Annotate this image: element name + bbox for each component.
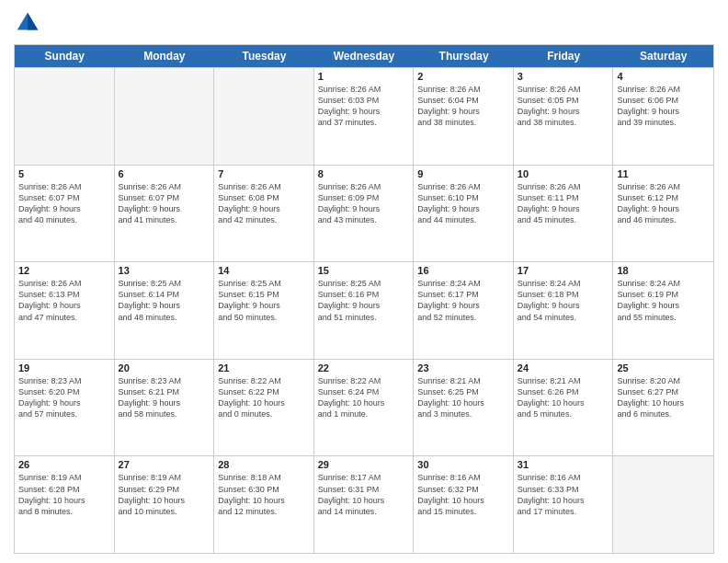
cell-date: 18 <box>617 265 710 276</box>
calendar-cell: 8Sunrise: 8:26 AM Sunset: 6:09 PM Daylig… <box>314 166 415 262</box>
cell-date: 31 <box>518 459 609 470</box>
calendar-cell: 20Sunrise: 8:23 AM Sunset: 6:21 PM Dayli… <box>115 360 215 456</box>
calendar-row-4: 19Sunrise: 8:23 AM Sunset: 6:20 PM Dayli… <box>15 359 713 456</box>
cell-info: Sunrise: 8:26 AM Sunset: 6:12 PM Dayligh… <box>617 181 710 226</box>
calendar: SundayMondayTuesdayWednesdayThursdayFrid… <box>14 44 714 554</box>
cell-date: 30 <box>417 459 509 470</box>
calendar-cell <box>15 68 115 165</box>
cell-info: Sunrise: 8:26 AM Sunset: 6:07 PM Dayligh… <box>18 181 110 226</box>
cell-info: Sunrise: 8:25 AM Sunset: 6:16 PM Dayligh… <box>318 278 410 323</box>
calendar-cell: 11Sunrise: 8:26 AM Sunset: 6:12 PM Dayli… <box>613 166 713 262</box>
calendar-header: SundayMondayTuesdayWednesdayThursdayFrid… <box>15 45 713 67</box>
cell-info: Sunrise: 8:16 AM Sunset: 6:33 PM Dayligh… <box>518 472 609 517</box>
cell-date: 14 <box>218 265 310 276</box>
cell-date: 13 <box>119 265 210 276</box>
logo <box>14 9 45 37</box>
cell-date: 4 <box>617 71 710 82</box>
calendar-cell: 30Sunrise: 8:16 AM Sunset: 6:32 PM Dayli… <box>414 456 514 553</box>
day-header-monday: Monday <box>115 45 215 67</box>
day-header-sunday: Sunday <box>15 45 115 67</box>
calendar-cell: 7Sunrise: 8:26 AM Sunset: 6:08 PM Daylig… <box>214 166 314 262</box>
cell-date: 20 <box>119 362 210 373</box>
cell-info: Sunrise: 8:22 AM Sunset: 6:22 PM Dayligh… <box>218 375 310 420</box>
calendar-cell <box>613 456 713 553</box>
cell-date: 25 <box>617 362 710 373</box>
svg-marker-1 <box>28 13 38 30</box>
calendar-row-1: 1Sunrise: 8:26 AM Sunset: 6:03 PM Daylig… <box>15 67 713 165</box>
cell-date: 28 <box>218 459 310 470</box>
calendar-cell: 14Sunrise: 8:25 AM Sunset: 6:15 PM Dayli… <box>214 262 314 359</box>
calendar-cell: 21Sunrise: 8:22 AM Sunset: 6:22 PM Dayli… <box>214 360 314 456</box>
cell-info: Sunrise: 8:26 AM Sunset: 6:05 PM Dayligh… <box>518 84 609 129</box>
header <box>14 9 714 37</box>
day-header-tuesday: Tuesday <box>214 45 314 67</box>
calendar-cell: 26Sunrise: 8:19 AM Sunset: 6:28 PM Dayli… <box>15 456 115 553</box>
cell-info: Sunrise: 8:26 AM Sunset: 6:06 PM Dayligh… <box>617 84 710 129</box>
cell-info: Sunrise: 8:19 AM Sunset: 6:28 PM Dayligh… <box>18 472 110 517</box>
calendar-cell: 24Sunrise: 8:21 AM Sunset: 6:26 PM Dayli… <box>514 360 614 456</box>
calendar-cell: 28Sunrise: 8:18 AM Sunset: 6:30 PM Dayli… <box>214 456 314 553</box>
cell-info: Sunrise: 8:16 AM Sunset: 6:32 PM Dayligh… <box>417 472 509 517</box>
calendar-cell: 5Sunrise: 8:26 AM Sunset: 6:07 PM Daylig… <box>15 166 115 262</box>
day-header-wednesday: Wednesday <box>314 45 415 67</box>
day-header-saturday: Saturday <box>613 45 713 67</box>
cell-date: 2 <box>417 71 509 82</box>
calendar-row-2: 5Sunrise: 8:26 AM Sunset: 6:07 PM Daylig… <box>15 165 713 262</box>
cell-date: 9 <box>417 168 509 179</box>
cell-info: Sunrise: 8:23 AM Sunset: 6:21 PM Dayligh… <box>119 375 210 420</box>
cell-info: Sunrise: 8:24 AM Sunset: 6:18 PM Dayligh… <box>518 278 609 323</box>
calendar-cell: 18Sunrise: 8:24 AM Sunset: 6:19 PM Dayli… <box>613 262 713 359</box>
cell-info: Sunrise: 8:19 AM Sunset: 6:29 PM Dayligh… <box>119 472 210 517</box>
cell-info: Sunrise: 8:26 AM Sunset: 6:08 PM Dayligh… <box>218 181 310 226</box>
cell-date: 6 <box>119 168 210 179</box>
cell-date: 22 <box>318 362 410 373</box>
cell-info: Sunrise: 8:26 AM Sunset: 6:07 PM Dayligh… <box>119 181 210 226</box>
calendar-cell: 25Sunrise: 8:20 AM Sunset: 6:27 PM Dayli… <box>613 360 713 456</box>
cell-date: 21 <box>218 362 310 373</box>
cell-info: Sunrise: 8:26 AM Sunset: 6:09 PM Dayligh… <box>318 181 410 226</box>
calendar-cell: 4Sunrise: 8:26 AM Sunset: 6:06 PM Daylig… <box>613 68 713 165</box>
calendar-cell: 31Sunrise: 8:16 AM Sunset: 6:33 PM Dayli… <box>514 456 614 553</box>
cell-info: Sunrise: 8:26 AM Sunset: 6:10 PM Dayligh… <box>417 181 509 226</box>
calendar-cell: 1Sunrise: 8:26 AM Sunset: 6:03 PM Daylig… <box>314 68 415 165</box>
day-header-thursday: Thursday <box>414 45 514 67</box>
calendar-cell: 3Sunrise: 8:26 AM Sunset: 6:05 PM Daylig… <box>514 68 614 165</box>
cell-date: 19 <box>18 362 110 373</box>
calendar-row-5: 26Sunrise: 8:19 AM Sunset: 6:28 PM Dayli… <box>15 455 713 553</box>
cell-date: 7 <box>218 168 310 179</box>
cell-date: 10 <box>518 168 609 179</box>
day-header-friday: Friday <box>514 45 614 67</box>
cell-date: 24 <box>518 362 609 373</box>
calendar-cell: 17Sunrise: 8:24 AM Sunset: 6:18 PM Dayli… <box>514 262 614 359</box>
cell-date: 5 <box>18 168 110 179</box>
calendar-cell <box>214 68 314 165</box>
cell-info: Sunrise: 8:26 AM Sunset: 6:04 PM Dayligh… <box>417 84 509 129</box>
cell-info: Sunrise: 8:24 AM Sunset: 6:19 PM Dayligh… <box>617 278 710 323</box>
cell-date: 1 <box>318 71 410 82</box>
cell-info: Sunrise: 8:23 AM Sunset: 6:20 PM Dayligh… <box>18 375 110 420</box>
calendar-cell: 19Sunrise: 8:23 AM Sunset: 6:20 PM Dayli… <box>15 360 115 456</box>
cell-info: Sunrise: 8:25 AM Sunset: 6:14 PM Dayligh… <box>119 278 210 323</box>
cell-info: Sunrise: 8:24 AM Sunset: 6:17 PM Dayligh… <box>417 278 509 323</box>
calendar-body: 1Sunrise: 8:26 AM Sunset: 6:03 PM Daylig… <box>15 67 713 553</box>
cell-date: 27 <box>119 459 210 470</box>
calendar-cell: 23Sunrise: 8:21 AM Sunset: 6:25 PM Dayli… <box>414 360 514 456</box>
cell-date: 8 <box>318 168 410 179</box>
calendar-cell: 12Sunrise: 8:26 AM Sunset: 6:13 PM Dayli… <box>15 262 115 359</box>
cell-date: 29 <box>318 459 410 470</box>
calendar-cell: 16Sunrise: 8:24 AM Sunset: 6:17 PM Dayli… <box>414 262 514 359</box>
calendar-cell: 9Sunrise: 8:26 AM Sunset: 6:10 PM Daylig… <box>414 166 514 262</box>
calendar-cell: 22Sunrise: 8:22 AM Sunset: 6:24 PM Dayli… <box>314 360 415 456</box>
cell-info: Sunrise: 8:25 AM Sunset: 6:15 PM Dayligh… <box>218 278 310 323</box>
page: SundayMondayTuesdayWednesdayThursdayFrid… <box>0 0 728 563</box>
cell-info: Sunrise: 8:21 AM Sunset: 6:25 PM Dayligh… <box>417 375 509 420</box>
cell-date: 3 <box>518 71 609 82</box>
cell-info: Sunrise: 8:21 AM Sunset: 6:26 PM Dayligh… <box>518 375 609 420</box>
cell-date: 11 <box>617 168 710 179</box>
cell-date: 26 <box>18 459 110 470</box>
cell-info: Sunrise: 8:26 AM Sunset: 6:03 PM Dayligh… <box>318 84 410 129</box>
cell-info: Sunrise: 8:26 AM Sunset: 6:13 PM Dayligh… <box>18 278 110 323</box>
calendar-cell: 13Sunrise: 8:25 AM Sunset: 6:14 PM Dayli… <box>115 262 215 359</box>
cell-info: Sunrise: 8:20 AM Sunset: 6:27 PM Dayligh… <box>617 375 710 420</box>
calendar-row-3: 12Sunrise: 8:26 AM Sunset: 6:13 PM Dayli… <box>15 261 713 359</box>
